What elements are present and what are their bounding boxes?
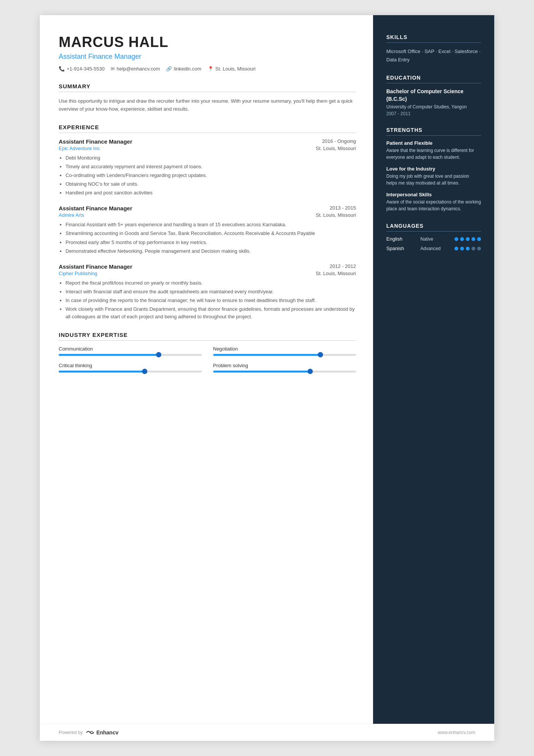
- exp1-location: St. Louis, Missouri: [316, 146, 356, 152]
- candidate-name: MARCUS HALL: [59, 34, 356, 50]
- exp1-bullet-2: Timely and accurately repyment and inter…: [66, 163, 356, 171]
- lang-english-name: English: [386, 236, 413, 242]
- link-icon: 🔗: [166, 66, 172, 72]
- exp1-company: Epic Adventure Inc: [59, 146, 100, 151]
- strengths-section: STRENGTHS Patient and Flexible Aware tha…: [386, 127, 481, 212]
- skills-text: Microsoft Office · SAP · Excel · Salesfo…: [386, 47, 481, 64]
- language-english-row: English Native: [386, 236, 481, 242]
- strength-interpersonal-desc: Aware of the social expectations of the …: [386, 199, 481, 212]
- lang-spanish-dot-3: [466, 247, 470, 250]
- contact-row: 📞 +1-914-345-5530 ✉ help@enhancv.com 🔗 l…: [59, 66, 356, 72]
- expertise-problem-label: Problem solving: [213, 363, 356, 368]
- exp3-bullet-1: Report the fiscal profit/loss incurred o…: [66, 279, 356, 287]
- expertise-grid: Communication Negotiation: [59, 346, 356, 373]
- phone-icon: 📞: [59, 66, 65, 72]
- lang-spanish-dot-4: [472, 247, 475, 250]
- expertise-problem-track: [213, 371, 356, 373]
- exp3-bullet-4: Work closely with Finance and Grants Dep…: [66, 305, 356, 321]
- lang-spanish-level: Advanced: [420, 246, 447, 251]
- lang-english-level: Native: [420, 236, 447, 242]
- exp3-title: Assistant Finance Manager: [59, 263, 132, 270]
- expertise-problem-fill: [213, 371, 311, 373]
- summary-section: SUMMARY Use this opportunity to intrigue…: [59, 83, 356, 113]
- industry-expertise-section: INDUSTRY EXPERTISE Communication Negotia…: [59, 332, 356, 373]
- expertise-negotiation-label: Negotiation: [213, 346, 356, 352]
- lang-english-dot-2: [460, 237, 464, 241]
- strength-love: Love for the Industry Doing my job with …: [386, 166, 481, 186]
- exp2-location: St. Louis, Missouri: [316, 212, 356, 219]
- lang-spanish-name: Spanish: [386, 246, 413, 251]
- exp2-bullet-3: Promoted early after 5 months of top per…: [66, 239, 356, 246]
- candidate-title: Assistant Finance Manager: [59, 53, 356, 61]
- language-spanish-row: Spanish Advanced: [386, 246, 481, 251]
- strength-patient: Patient and Flexible Aware that the lear…: [386, 140, 481, 161]
- footer-website: www.enhancv.com: [438, 730, 475, 735]
- skills-section: SKILLS Microsoft Office · SAP · Excel · …: [386, 34, 481, 64]
- summary-text: Use this opportunity to intrigue and dra…: [59, 97, 356, 113]
- industry-expertise-title: INDUSTRY EXPERTISE: [59, 332, 356, 341]
- phone-contact: 📞 +1-914-345-5530: [59, 66, 105, 72]
- expertise-critical-label: Critical thinking: [59, 363, 202, 368]
- linkedin-value: linkedin.com: [174, 66, 201, 72]
- strength-patient-desc: Aware that the learning curve is differe…: [386, 147, 481, 161]
- skills-title: SKILLS: [386, 34, 481, 43]
- lang-spanish-dot-5: [477, 247, 481, 250]
- lang-english-dot-5: [477, 237, 481, 241]
- strength-love-name: Love for the Industry: [386, 166, 481, 172]
- exp1-bullet-4: Obtaining NOC's for sale of units.: [66, 180, 356, 188]
- strength-interpersonal-name: Interpersonal Skills: [386, 192, 481, 197]
- expertise-critical: Critical thinking: [59, 363, 202, 373]
- location-contact: 📍 St. Louis, Missouri: [208, 66, 256, 72]
- experience-entry-1: Assistant Finance Manager 2016 - Ongoing…: [59, 138, 356, 197]
- lang-english-dot-3: [466, 237, 470, 241]
- expertise-critical-fill: [59, 371, 145, 373]
- exp1-title: Assistant Finance Manager: [59, 138, 132, 145]
- exp1-bullet-3: Co-ordinating with Lenders/Financiers re…: [66, 172, 356, 179]
- exp1-bullet-1: Debt Monitoring: [66, 154, 356, 162]
- exp1-bullet-5: Handled pre and post sanction activities: [66, 189, 356, 197]
- resume-footer: Powered by Enhancv www.enhancv.com: [40, 724, 494, 741]
- resume-header: MARCUS HALL Assistant Finance Manager 📞 …: [59, 34, 356, 72]
- expertise-communication-label: Communication: [59, 346, 202, 352]
- expertise-communication-fill: [59, 354, 159, 356]
- enhancv-logo: Enhancv: [86, 729, 118, 736]
- exp2-title: Assistant Finance Manager: [59, 205, 132, 211]
- powered-by-text: Powered by: [59, 730, 83, 735]
- exp1-bullets: Debt Monitoring Timely and accurately re…: [66, 154, 356, 197]
- exp3-location: St. Louis, Missouri: [316, 271, 356, 277]
- expertise-problem: Problem solving: [213, 363, 356, 373]
- lang-spanish-dots: [454, 247, 481, 250]
- exp3-dates: 2012 - 2012: [330, 263, 356, 269]
- brand-name: Enhancv: [96, 729, 118, 736]
- exp2-company: Admire Arts: [59, 212, 84, 218]
- edu-years: 2007 - 2011: [386, 111, 481, 116]
- expertise-negotiation: Negotiation: [213, 346, 356, 356]
- languages-section: LANGUAGES English Native Spanish Advance…: [386, 223, 481, 251]
- lang-spanish-dot-1: [454, 247, 458, 250]
- experience-section: EXPERIENCE Assistant Finance Manager 201…: [59, 124, 356, 321]
- exp1-dates: 2016 - Ongoing: [322, 138, 356, 144]
- experience-title: EXPERIENCE: [59, 124, 356, 133]
- exp2-bullet-4: Demonstrated effective Networking, Peopl…: [66, 247, 356, 255]
- expertise-critical-handle: [142, 369, 147, 374]
- expertise-negotiation-handle: [318, 352, 323, 357]
- location-icon: 📍: [208, 66, 214, 72]
- lang-english-dot-1: [454, 237, 458, 241]
- education-section: EDUCATION Bachelor of Computer Science (…: [386, 75, 481, 116]
- email-contact: ✉ help@enhancv.com: [111, 66, 160, 72]
- experience-entry-3: Assistant Finance Manager 2012 - 2012 Ci…: [59, 263, 356, 321]
- email-value: help@enhancv.com: [117, 66, 160, 72]
- languages-title: LANGUAGES: [386, 223, 481, 232]
- expertise-communication-handle: [156, 352, 161, 357]
- phone-value: +1-914-345-5530: [67, 66, 105, 72]
- exp2-bullets: Financial Assistant with 5+ years experi…: [66, 221, 356, 255]
- exp3-company: Cipher Publishing: [59, 271, 97, 276]
- footer-left: Powered by Enhancv: [59, 729, 119, 736]
- summary-title: SUMMARY: [59, 83, 356, 92]
- exp3-bullets: Report the fiscal profit/loss incurred o…: [66, 279, 356, 321]
- enhancv-logo-icon: [86, 729, 95, 736]
- email-icon: ✉: [111, 66, 115, 72]
- lang-english-dot-4: [472, 237, 475, 241]
- lang-spanish-dot-2: [460, 247, 464, 250]
- expertise-negotiation-fill: [213, 354, 320, 356]
